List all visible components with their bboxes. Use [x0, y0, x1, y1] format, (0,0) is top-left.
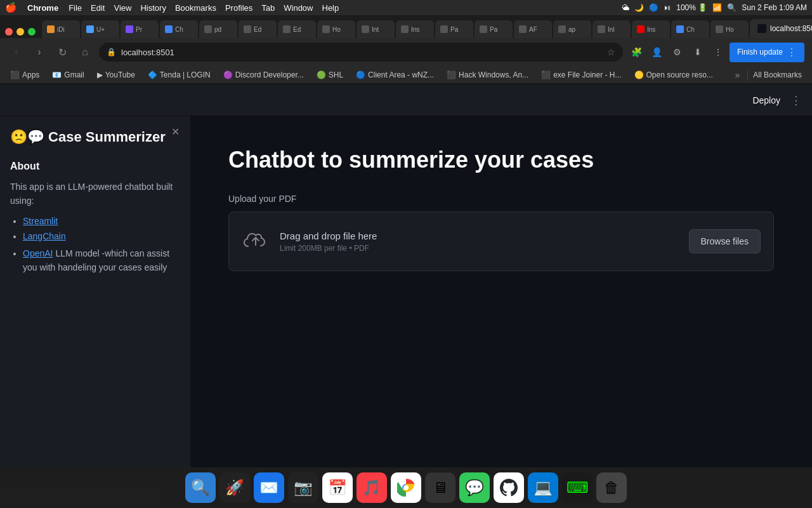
tab-ho2[interactable]: Ho — [710, 20, 749, 38]
sidebar-close-button[interactable]: ✕ — [167, 124, 183, 139]
browse-files-button[interactable]: Browse files — [689, 229, 761, 253]
tab-u[interactable]: U+ — [81, 20, 119, 38]
download-icon[interactable]: ⬇ — [689, 43, 707, 61]
openai-link[interactable]: OpenAI — [23, 248, 53, 258]
profiles-menu[interactable]: Profiles — [225, 3, 252, 13]
tab-int[interactable]: Int — [357, 20, 395, 38]
tab-menu[interactable]: Tab — [261, 3, 275, 13]
refresh-button[interactable]: ↻ — [53, 43, 71, 61]
tab-pr[interactable]: Pr — [121, 20, 159, 38]
forward-button[interactable]: › — [30, 43, 48, 61]
dock-photos[interactable]: 📷 — [288, 472, 318, 503]
dock-trash[interactable]: 🗑 — [596, 472, 627, 503]
list-item-langchain: LangChain — [23, 231, 180, 241]
tab-pd[interactable]: pd — [199, 20, 237, 38]
tab-ap1[interactable]: ap — [553, 20, 591, 38]
battery-text: 100% 🔋 — [676, 3, 707, 12]
tab-ins2[interactable]: Ins — [632, 20, 670, 38]
bookmark-apps[interactable]: ⬛ Apps — [5, 68, 44, 82]
bookmark-shl-label: SHL — [329, 70, 343, 79]
view-menu[interactable]: View — [114, 3, 131, 13]
menu-items: File Edit View History Bookmarks Profile… — [69, 3, 339, 13]
extensions-button[interactable]: 🧩 — [628, 43, 646, 61]
finish-update-dots: ⋮ — [787, 46, 797, 58]
home-button[interactable]: ⌂ — [76, 43, 94, 61]
tab-pa1[interactable]: Pa — [435, 20, 473, 38]
bookmark-youtube-label: YouTube — [105, 70, 135, 79]
apple-menu[interactable]: 🍎 — [5, 2, 17, 13]
settings-icon[interactable]: ⚙ — [669, 43, 686, 61]
dock-music[interactable]: 🎵 — [357, 472, 387, 503]
back-button[interactable]: ‹ — [8, 43, 25, 61]
bookmark-tenda[interactable]: 🔷 Tenda | LOGIN — [143, 68, 216, 82]
bookmark-hack[interactable]: ⬛ Hack Windows, An... — [442, 68, 534, 82]
bookmarks-menu[interactable]: Bookmarks — [175, 3, 216, 13]
bookmark-discord[interactable]: 🟣 Discord Developer... — [218, 68, 309, 82]
upload-limit-text: Limit 200MB per file • PDF — [280, 244, 679, 253]
history-menu[interactable]: History — [140, 3, 166, 13]
tab-pa2[interactable]: Pa — [475, 20, 513, 38]
dock-terminal[interactable]: ⌨ — [562, 472, 593, 503]
close-window-button[interactable] — [5, 28, 13, 36]
cloud-icon: 🌥 — [622, 3, 629, 12]
bookmarks-more-button[interactable]: » — [733, 69, 743, 81]
bookmark-youtube[interactable]: ▶ YouTube — [92, 68, 140, 82]
toolbar: ‹ › ↻ ⌂ 🔒 localhost:8501 ☆ 🧩 👤 ⚙ ⬇ ⋮ Fin… — [0, 38, 812, 66]
more-icon[interactable]: ⋮ — [709, 43, 727, 61]
file-menu[interactable]: File — [69, 3, 82, 13]
search-icon[interactable]: 🔍 — [727, 3, 737, 12]
upload-text-block: Drag and drop file here Limit 200MB per … — [280, 231, 679, 253]
langchain-link[interactable]: LangChain — [23, 231, 66, 241]
maximize-window-button[interactable] — [28, 28, 36, 36]
tab-af[interactable]: AF — [514, 20, 552, 38]
window-menu[interactable]: Window — [284, 3, 313, 13]
all-bookmarks-link[interactable]: All Bookmarks — [747, 69, 807, 81]
window-controls — [5, 28, 36, 36]
deploy-button[interactable]: Deploy — [747, 93, 785, 108]
dock-vscode[interactable]: 💻 — [528, 472, 558, 503]
upload-dropzone[interactable]: Drag and drop file here Limit 200MB per … — [228, 211, 774, 271]
bookmark-shl[interactable]: 🟢 SHL — [311, 68, 348, 82]
active-tab[interactable]: localhost:8501 ✕ — [750, 19, 812, 38]
menu-bar-right: 🌥 🌙 🔵 ⏯ 100% 🔋 📶 🔍 Sun 2 Feb 1:09 AM — [622, 3, 807, 12]
dock-github[interactable] — [494, 472, 524, 503]
wifi-icon: 📶 — [712, 3, 722, 12]
bookmark-client[interactable]: 🔵 Client Area - wNZ... — [351, 68, 439, 82]
dock-finder[interactable]: 🔍 — [185, 472, 216, 503]
profile-button[interactable]: 👤 — [648, 43, 666, 61]
drag-drop-text: Drag and drop file here — [280, 231, 679, 241]
sidebar-title: 🙁💬 Case Summerizer — [10, 126, 180, 145]
dock-messages[interactable]: 💬 — [459, 472, 490, 503]
tab-ed2[interactable]: Ed — [278, 20, 316, 38]
app-name[interactable]: Chrome — [27, 3, 58, 13]
minimize-window-button[interactable] — [16, 28, 24, 36]
toolbar-actions: 🧩 👤 ⚙ ⬇ ⋮ Finish update ⋮ — [628, 43, 804, 62]
dock-calendar[interactable]: 📅 — [322, 472, 353, 503]
bookmark-gmail[interactable]: 📧 Gmail — [47, 68, 89, 82]
tab-iD[interactable]: iDi — [42, 20, 80, 38]
tab-ho[interactable]: Ho — [317, 20, 355, 38]
tab-ins[interactable]: Ins — [396, 20, 434, 38]
browser-chrome: iDi U+ Pr Ch pd Ed Ed Ho — [0, 15, 812, 84]
dock-screen[interactable]: 🖥 — [425, 472, 455, 503]
streamlit-link[interactable]: Streamlit — [23, 216, 58, 226]
datetime: Sun 2 Feb 1:09 AM — [742, 3, 807, 12]
tab-ch2[interactable]: Ch — [671, 20, 709, 38]
bookmark-oss[interactable]: 🟡 Open source reso... — [629, 68, 718, 82]
bookmark-exe-label: exe File Joiner - H... — [553, 70, 621, 79]
deploy-more-button[interactable]: ⋮ — [790, 93, 802, 107]
edit-menu[interactable]: Edit — [91, 3, 105, 13]
dock-chrome[interactable] — [391, 472, 421, 503]
dock-launchpad[interactable]: 🚀 — [219, 472, 250, 503]
tab-inl[interactable]: Inl — [593, 20, 631, 38]
bookmark-star-icon[interactable]: ☆ — [607, 47, 615, 57]
bookmark-gmail-label: Gmail — [64, 70, 84, 79]
finish-update-button[interactable]: Finish update ⋮ — [730, 43, 804, 62]
bookmark-exe[interactable]: ⬛ exe File Joiner - H... — [536, 68, 626, 82]
bookmark-oss-label: Open source reso... — [646, 70, 713, 79]
tab-ed1[interactable]: Ed — [239, 20, 277, 38]
address-bar[interactable]: 🔒 localhost:8501 ☆ — [99, 43, 623, 62]
tab-ch[interactable]: Ch — [160, 20, 198, 38]
dock-mail[interactable]: ✉️ — [254, 472, 284, 503]
help-menu[interactable]: Help — [322, 3, 339, 13]
